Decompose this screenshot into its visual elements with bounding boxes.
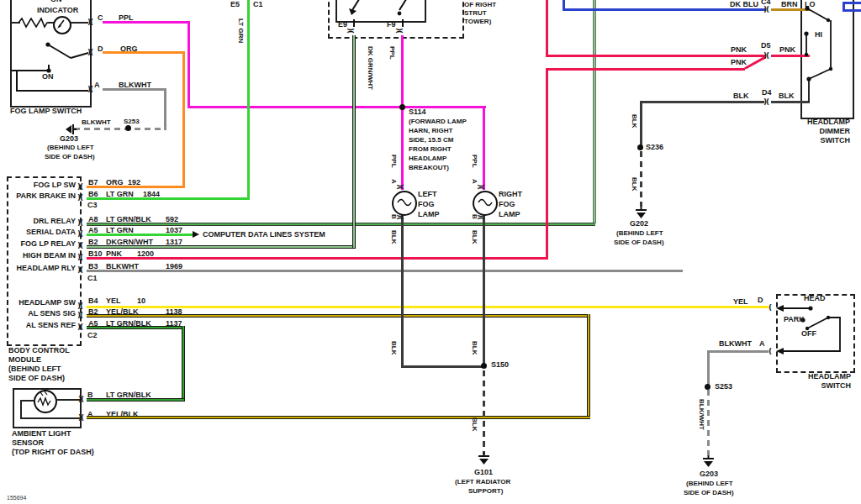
splice-s253-right <box>705 384 710 390</box>
wire-yel <box>87 306 769 308</box>
bcm-pin: B7 <box>88 178 98 186</box>
pin-label: A <box>87 410 93 418</box>
connector-cavity-label: E5 <box>230 0 240 8</box>
wire-internal <box>55 399 80 401</box>
bcm-wire-color: PNK <box>106 249 122 258</box>
wire-color-label: BRN <box>781 0 798 8</box>
wire-color-label: BLKWHT <box>119 81 151 89</box>
ground-location: SIDE OF DASH) <box>45 153 95 160</box>
splice-label: S236 <box>646 143 663 151</box>
wire-blkwht-dashed <box>74 128 166 130</box>
bcm-row-label: AL SENS REF <box>5 321 76 329</box>
wire-org <box>103 51 185 54</box>
headlamp-switch-title: HEADLAMP <box>789 372 851 381</box>
ground-label: G101 <box>474 468 493 476</box>
wire-color-label: PNK <box>731 45 747 54</box>
ground-location: (BEHIND LEFT <box>686 480 733 487</box>
wiring-diagram: )( )( )( )( )( )( )( )( )( )( )( )( ( ( … <box>0 0 861 504</box>
wire-ppl-f9 <box>401 35 404 108</box>
wire-color-label: PNK <box>731 58 747 66</box>
wire-color-label: DK BLU <box>730 0 758 8</box>
bcm-pin: B4 <box>88 297 98 305</box>
ground-location: SIDE OF DASH) <box>614 239 664 246</box>
splice-desc: HEADLAMP <box>409 155 446 162</box>
ground-location: (BEHIND LEFT <box>616 229 663 237</box>
ground-icon-g202 <box>634 207 648 219</box>
wire-pnk <box>546 68 548 260</box>
wire-color-label: YEL/BLK <box>106 410 139 418</box>
connector-icon: )( <box>77 311 82 319</box>
wire-color-label: BLK <box>390 230 398 244</box>
wire-color-label: BLK <box>733 92 749 100</box>
dimmer-contacts <box>800 0 851 116</box>
connector-icon: )( <box>763 97 769 106</box>
wire-blkwht-hs <box>707 350 710 386</box>
filament-icon <box>477 196 494 209</box>
dimmer-title: SWITCH <box>795 136 850 144</box>
splice-desc: FROM RIGHT <box>409 145 452 153</box>
bcm-row-label: FOG LP RELAY <box>5 239 76 248</box>
bcm-wire-color: LT GRN/BLK <box>106 215 151 223</box>
wire-color-label: BLK <box>779 92 795 100</box>
lamp-arrow-icon <box>55 18 66 29</box>
connector-icon: )( <box>77 265 82 274</box>
wire-ppl <box>188 21 190 108</box>
right-fog-lamp-label: RIGHT <box>499 190 522 198</box>
bcm-row-label: DRL RELAY <box>5 217 76 225</box>
connector-icon: )( <box>77 229 82 238</box>
connector-icon: )( <box>477 184 485 189</box>
pin-label: B <box>87 391 93 399</box>
fog-switch-contacts <box>10 38 90 97</box>
bcm-title: BODY CONTROL <box>8 346 70 354</box>
connector-icon: )( <box>78 413 83 422</box>
pin-label: A <box>471 179 478 184</box>
wire-ltgrn <box>247 0 250 200</box>
wire-color-label: BLKWHT <box>719 339 752 348</box>
wire-color-label: PPL <box>119 13 134 22</box>
splice-desc: (FORWARD LAMP <box>409 118 467 125</box>
figure-number: 155694 <box>7 495 26 501</box>
splice-label: S253 <box>124 118 140 125</box>
wire-color-label: BLK <box>471 417 478 431</box>
connector-icon: )( <box>763 51 769 60</box>
wire-color-label: DK GRN/WHT <box>367 46 374 90</box>
wire-color-label: BLK <box>471 230 478 244</box>
resistor-icon <box>18 17 49 29</box>
fuse-block-location: STRUT <box>464 9 487 17</box>
connector-icon: ( <box>769 347 771 355</box>
splice-desc: HARN, RIGHT <box>409 127 452 134</box>
wire-blk-dashed <box>640 151 642 207</box>
ground-location: SIDE OF DASH) <box>684 489 734 496</box>
wire-yelblk <box>587 314 590 419</box>
pin-label: D <box>98 45 103 53</box>
connector-id-label: D5 <box>761 41 771 50</box>
bcm-pin: B2 <box>88 307 98 316</box>
wire-blk <box>483 214 485 368</box>
bcm-row-label: FOG LP SW <box>5 181 76 189</box>
connector-icon: )( <box>77 218 82 227</box>
pin-label: B <box>471 214 478 219</box>
bcm-pin: B3 <box>88 262 98 270</box>
wire-color-label: ORG <box>120 45 138 53</box>
bcm-wire-color: ORG <box>106 178 124 186</box>
fog-switch-indicator-label: INDICATOR <box>37 6 78 14</box>
wire-blkwht-dashed <box>707 390 710 455</box>
bcm-pin: A8 <box>88 215 98 223</box>
splice-desc: SIDE, 15.5 CM <box>409 136 453 144</box>
wire-color-label: PPL <box>390 155 398 168</box>
pin-label: A <box>759 339 765 348</box>
wire-color-label: BLK/WHT <box>698 399 705 430</box>
splice-s150 <box>481 363 487 369</box>
wire-internal <box>20 417 80 419</box>
pin-label: D <box>758 296 763 304</box>
wire-blk-dashed <box>483 370 485 454</box>
fuse-block-location: TOWER) <box>464 18 491 25</box>
connector-icon: )( <box>77 302 82 310</box>
splice-s236 <box>637 144 643 150</box>
connector-id-label: D4 <box>762 88 772 97</box>
connector-icon: )( <box>87 48 92 56</box>
wire-yelblk <box>87 416 590 419</box>
switch-position-label: PARK <box>784 315 805 323</box>
ground-label: G202 <box>630 219 648 228</box>
sensor-title: (TOP RIGHT OF DASH) <box>12 448 94 456</box>
